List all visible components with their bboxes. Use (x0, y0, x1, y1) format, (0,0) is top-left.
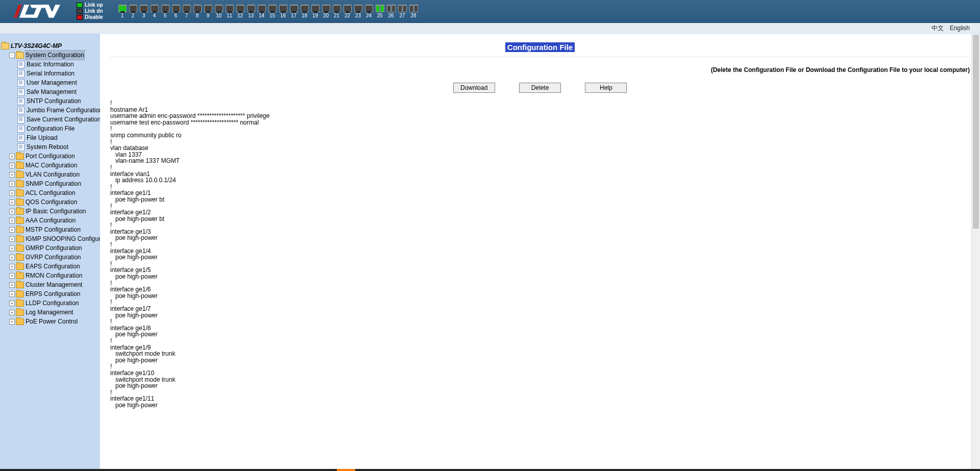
port-7[interactable]: 7 (183, 5, 191, 18)
expand-icon[interactable]: + (9, 172, 15, 178)
scrollbar-thumb[interactable] (973, 35, 979, 229)
tree-item-sntp[interactable]: SNTP Configuration (17, 96, 100, 106)
tree-folder-port[interactable]: +Port Configuration (9, 152, 100, 161)
tree-folder-cluster[interactable]: +Cluster Management (9, 280, 100, 289)
tree-item-basic[interactable]: Basic Information (17, 60, 100, 69)
folder-icon (16, 162, 24, 169)
port-icon (140, 5, 148, 12)
port-28[interactable]: 28 (409, 5, 418, 18)
tree-folder-mac[interactable]: +MAC Configuration (9, 161, 100, 170)
port-10[interactable]: 10 (215, 5, 223, 18)
port-9[interactable]: 9 (204, 5, 212, 18)
expand-icon[interactable]: + (9, 209, 15, 214)
port-6[interactable]: 6 (172, 5, 180, 18)
tree-item-safe[interactable]: Safe Management (17, 87, 100, 96)
tree-item-user[interactable]: User Management (17, 78, 100, 87)
tree-folder-igmp[interactable]: +IGMP SNOOPING Configuration (9, 234, 100, 243)
tree-folder-aaa[interactable]: +AAA Configuration (9, 216, 100, 225)
port-20[interactable]: 20 (322, 5, 330, 18)
tree-system-configuration[interactable]: - System Configuration Basic Information… (9, 51, 100, 152)
port-11[interactable]: 11 (226, 5, 234, 18)
expand-icon[interactable]: + (9, 200, 15, 205)
configuration-text: ! hostname Ar1 username admin enc-passwo… (110, 100, 970, 409)
expand-icon[interactable]: + (9, 227, 15, 233)
port-22[interactable]: 22 (344, 5, 352, 18)
expand-icon[interactable]: + (9, 154, 15, 159)
port-24[interactable]: 24 (365, 5, 373, 18)
port-12[interactable]: 12 (236, 5, 244, 18)
port-16[interactable]: 16 (279, 5, 287, 18)
port-5[interactable]: 5 (161, 5, 169, 18)
port-27[interactable]: 27 (398, 5, 407, 18)
port-number: 10 (216, 13, 222, 18)
port-17[interactable]: 17 (290, 5, 298, 18)
tree-item-upload[interactable]: File Upload (17, 133, 100, 142)
tree-folder-lldp[interactable]: +LLDP Configuration (9, 299, 100, 308)
tree-folder-log[interactable]: +Log Management (9, 308, 100, 317)
tree-root-label: LTV-3S24G4C-MP (11, 41, 62, 51)
expand-icon[interactable]: + (9, 181, 15, 187)
tree-item-cfgfile[interactable]: Configuration File (17, 124, 100, 133)
port-14[interactable]: 14 (258, 5, 266, 18)
port-1[interactable]: 1 (118, 5, 127, 18)
expand-icon[interactable]: + (9, 282, 15, 288)
folder-open-icon (1, 43, 9, 49)
port-8[interactable]: 8 (193, 5, 202, 18)
tree-folder-snmp[interactable]: +SNMP Configuration (9, 179, 100, 188)
expand-icon[interactable]: + (9, 236, 15, 242)
port-25[interactable]: 25 (376, 5, 384, 18)
nav-tree[interactable]: LTV-3S24G4C-MP - System Configuration Ba… (0, 34, 100, 470)
port-23[interactable]: 23 (354, 5, 362, 18)
tree-folder-ip[interactable]: +IP Basic Configuration (9, 207, 100, 216)
expand-icon[interactable]: + (9, 218, 15, 224)
scrollbar[interactable] (971, 34, 980, 470)
port-icon (226, 5, 234, 12)
tree-root[interactable]: LTV-3S24G4C-MP - System Configuration Ba… (1, 41, 100, 326)
help-button[interactable]: Help (585, 83, 627, 93)
port-icon (236, 5, 244, 12)
download-button[interactable]: Download (453, 83, 495, 93)
collapse-icon[interactable]: - (9, 53, 15, 58)
port-number: 9 (207, 13, 210, 18)
tree-folder-mstp[interactable]: +MSTP Configuration (9, 225, 100, 234)
port-3[interactable]: 3 (140, 5, 148, 18)
delete-button[interactable]: Delete (519, 83, 561, 93)
tree-folder-gvrp[interactable]: +GVRP Configuration (9, 253, 100, 262)
tree-item-serial[interactable]: Serial Information (17, 69, 100, 78)
document-icon (17, 88, 24, 96)
expand-icon[interactable]: + (9, 245, 15, 251)
port-4[interactable]: 4 (151, 5, 159, 18)
port-icon (391, 5, 396, 12)
expand-icon[interactable]: + (9, 264, 15, 269)
expand-icon[interactable]: + (9, 310, 15, 315)
tree-folder-rmon[interactable]: +RMON Configuration (9, 271, 100, 280)
expand-icon[interactable]: + (9, 255, 15, 260)
expand-icon[interactable]: + (9, 319, 15, 325)
tree-folder-vlan[interactable]: +VLAN Configuration (9, 170, 100, 179)
port-26[interactable]: 26 (387, 5, 396, 18)
tree-item-reboot[interactable]: System Reboot (17, 142, 100, 152)
port-13[interactable]: 13 (247, 5, 255, 18)
port-19[interactable]: 19 (311, 5, 320, 18)
tree-folder-gmrp[interactable]: +GMRP Configuration (9, 243, 100, 253)
expand-icon[interactable]: + (9, 273, 15, 279)
tree-folder-eaps[interactable]: +EAPS Configuration (9, 262, 100, 271)
expand-icon[interactable]: + (9, 163, 15, 168)
port-number: 1 (121, 13, 124, 18)
tree-folder-poe[interactable]: +PoE Power Control (9, 317, 100, 326)
port-15[interactable]: 15 (268, 5, 277, 18)
tree-item-save[interactable]: Save Current Configuration (17, 115, 100, 124)
expand-icon[interactable]: + (9, 190, 15, 196)
tree-folder-qos[interactable]: +QOS Configuration (9, 197, 100, 207)
lang-en-link[interactable]: English (950, 24, 970, 32)
tree-folder-erps[interactable]: +ERPS Configuration (9, 289, 100, 299)
lang-zh-link[interactable]: 中文 (932, 24, 944, 33)
port-2[interactable]: 2 (129, 5, 137, 18)
tree-item-label: System Reboot (27, 142, 68, 152)
tree-item-jumbo[interactable]: Jumbo Frame Configuration (17, 106, 100, 115)
port-21[interactable]: 21 (333, 5, 341, 18)
expand-icon[interactable]: + (9, 291, 15, 297)
tree-folder-acl[interactable]: +ACL Configuration (9, 188, 100, 197)
port-18[interactable]: 18 (301, 5, 309, 18)
expand-icon[interactable]: + (9, 301, 15, 306)
